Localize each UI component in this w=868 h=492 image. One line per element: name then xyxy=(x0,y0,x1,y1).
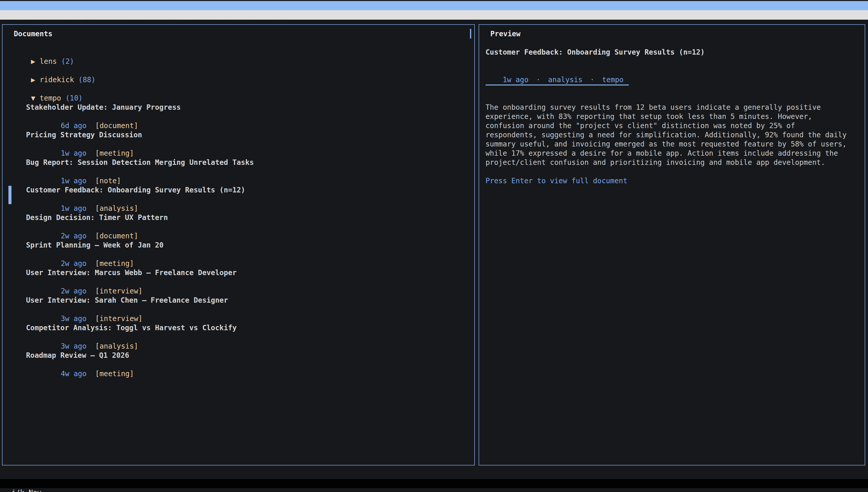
document-meta: 3w ago[analysis] xyxy=(26,333,474,342)
document-meta: 1w ago[analysis] xyxy=(26,195,474,204)
document-meta: 1w ago[note] xyxy=(26,167,474,176)
document-meta: 3w ago[interview] xyxy=(26,305,474,314)
document-list-item[interactable]: Customer Feedback: Onboarding Survey Res… xyxy=(26,186,474,204)
project-name: tempo xyxy=(40,94,61,102)
project-count: (88) xyxy=(78,76,95,84)
document-age: 1w ago xyxy=(61,177,86,185)
document-age: 2w ago xyxy=(61,232,86,240)
project-row[interactable]: ▶ridekick(88) xyxy=(14,66,474,75)
document-title: Design Decision: Timer UX Pattern xyxy=(26,213,474,222)
document-title: User Interview: Marcus Webb — Freelance … xyxy=(26,268,474,277)
document-meta: 2w ago[meeting] xyxy=(26,250,474,259)
project-row[interactable]: ▶lens(2) xyxy=(14,48,474,57)
document-list-item[interactable]: Design Decision: Timer UX Pattern 2w ago… xyxy=(26,213,474,231)
app-title-bar: Lore Browser xyxy=(0,1,868,10)
shortcut-bar: j/k Nav │ / Search │ a Ask │ R Research … xyxy=(0,479,868,488)
document-title: Stakeholder Update: January Progress xyxy=(26,103,474,112)
document-meta: 1w ago[meeting] xyxy=(26,140,474,149)
document-age: 3w ago xyxy=(61,342,86,350)
preview-project: tempo xyxy=(602,76,624,84)
document-list-item[interactable]: Pricing Strategy Discussion 1w ago[meeti… xyxy=(26,130,474,149)
document-age: 1w ago xyxy=(61,204,86,213)
document-age: 2w ago xyxy=(61,259,86,268)
document-type-badge: [analysis] xyxy=(95,204,138,213)
app-status-bar: 100 documents in 3 projects · [daemon of… xyxy=(0,10,868,20)
scrollbar-thumb[interactable] xyxy=(470,29,471,39)
document-meta: 2w ago[interview] xyxy=(26,277,474,287)
expand-arrow-icon[interactable]: ▶ xyxy=(31,75,40,84)
documents-panel: Documents ▶lens(2) ▶ridekick(88) ▼tempo(… xyxy=(2,24,475,465)
document-type-badge: [meeting] xyxy=(95,370,134,378)
preview-type: analysis xyxy=(548,76,582,84)
project-tree: ▶lens(2) ▶ridekick(88) ▼tempo(10) xyxy=(3,48,474,94)
document-age: 1w ago xyxy=(61,149,86,157)
document-meta: 2w ago[document] xyxy=(26,222,474,231)
document-meta: 6d ago[document] xyxy=(26,112,474,121)
document-title: Roadmap Review — Q1 2026 xyxy=(26,351,474,360)
preview-document-title: Customer Feedback: Onboarding Survey Res… xyxy=(479,48,865,57)
document-title: Pricing Strategy Discussion xyxy=(26,130,474,140)
preview-panel-title: Preview xyxy=(479,29,865,39)
preview-meta: 1w ago·analysis·tempo xyxy=(479,66,865,75)
selection-indicator xyxy=(8,186,11,204)
expand-arrow-icon[interactable]: ▼ xyxy=(31,94,40,103)
document-type-badge: [meeting] xyxy=(95,259,134,268)
project-row[interactable]: ▼tempo(10) xyxy=(14,84,474,94)
document-type-badge: [interview] xyxy=(95,314,142,323)
document-age: 2w ago xyxy=(61,287,86,295)
document-title: Customer Feedback: Onboarding Survey Res… xyxy=(26,186,474,195)
document-list-item[interactable]: Roadmap Review — Q1 2026 4w ago[meeting] xyxy=(26,351,474,369)
preview-summary-text: The onboarding survey results from 12 be… xyxy=(479,103,849,167)
preview-divider-row xyxy=(479,84,865,94)
document-title: User Interview: Sarah Chen — Freelance D… xyxy=(26,296,474,305)
meta-dot-icon: · xyxy=(536,76,541,84)
preview-age: 1w ago xyxy=(503,76,528,84)
document-title: Bug Report: Session Detection Merging Un… xyxy=(26,158,474,167)
document-list-item[interactable]: Bug Report: Session Detection Merging Un… xyxy=(26,158,474,176)
document-age: 4w ago xyxy=(61,370,86,378)
document-type-badge: [document] xyxy=(95,121,138,130)
project-count: (10) xyxy=(65,94,83,102)
document-type-badge: [note] xyxy=(95,177,121,185)
document-list-item[interactable]: User Interview: Sarah Chen — Freelance D… xyxy=(26,296,474,314)
document-type-badge: [interview] xyxy=(95,287,142,295)
document-age: 3w ago xyxy=(61,314,86,323)
document-title: Competitor Analysis: Toggl vs Harvest vs… xyxy=(26,323,474,333)
preview-panel: Preview Customer Feedback: Onboarding Su… xyxy=(479,24,865,465)
shortcut-item[interactable]: j/k Nav xyxy=(11,488,42,492)
project-name: ridekick xyxy=(40,76,74,84)
open-full-document-hint[interactable]: Press Enter to view full document xyxy=(479,176,865,186)
project-name: lens xyxy=(40,57,57,66)
document-list-item[interactable]: Competitor Analysis: Toggl vs Harvest vs… xyxy=(26,323,474,342)
document-age: 6d ago xyxy=(61,121,86,130)
document-meta: 4w ago[meeting] xyxy=(26,360,474,369)
document-list-item[interactable]: Sprint Planning — Week of Jan 20 2w ago[… xyxy=(26,241,474,259)
document-type-badge: [meeting] xyxy=(95,149,134,157)
meta-dot-icon: · xyxy=(590,76,595,84)
expand-arrow-icon[interactable]: ▶ xyxy=(31,57,40,66)
document-title: Sprint Planning — Week of Jan 20 xyxy=(26,241,474,250)
document-list-item[interactable]: User Interview: Marcus Webb — Freelance … xyxy=(26,268,474,287)
document-type-badge: [analysis] xyxy=(95,342,138,350)
preview-divider xyxy=(485,84,629,85)
document-list: Stakeholder Update: January Progress 6d … xyxy=(3,103,474,369)
document-list-item[interactable]: Stakeholder Update: January Progress 6d … xyxy=(26,103,474,121)
document-type-badge: [document] xyxy=(95,232,138,240)
project-count: (2) xyxy=(61,57,74,66)
documents-panel-title: Documents xyxy=(3,29,474,39)
